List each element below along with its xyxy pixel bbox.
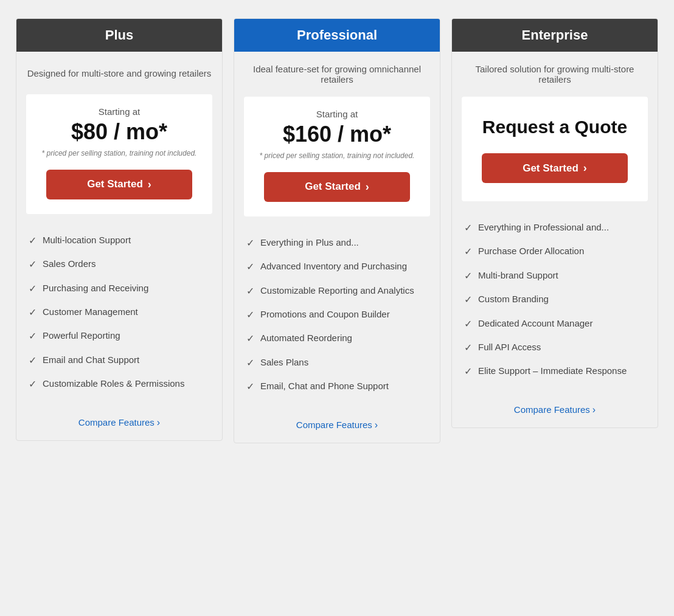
enterprise-plan-card: Enterprise Tailored solution for growing… [451,18,658,428]
check-icon: ✓ [246,356,254,370]
list-item: ✓ Powerful Reporting [29,329,210,343]
check-icon: ✓ [464,269,472,283]
plus-compare-features-link[interactable]: Compare Features › [16,411,222,440]
list-item: ✓ Automated Reordering [246,331,428,345]
check-icon: ✓ [29,378,36,391]
enterprise-compare-arrow-icon: › [592,404,596,415]
list-item: ✓ Purchasing and Receiving [29,282,210,296]
list-item: ✓ Multi-location Support [29,234,210,247]
list-item: ✓ Everything in Professional and... [464,221,645,235]
professional-features-list: ✓ Everything in Plus and... ✓ Advanced I… [234,226,440,414]
plus-plan-card: Plus Designed for multi-store and growin… [16,18,223,441]
list-item: ✓ Promotions and Coupon Builder [246,308,428,322]
plus-plan-description: Designed for multi-store and growing ret… [16,52,222,94]
check-icon: ✓ [464,365,472,378]
list-item: ✓ Custom Branding [464,292,645,306]
professional-get-started-button[interactable]: Get Started › [264,172,410,202]
enterprise-get-started-button[interactable]: Get Started › [482,153,628,183]
list-item: ✓ Customizable Reporting and Analytics [246,284,428,298]
professional-compare-arrow-icon: › [375,420,378,431]
list-item: ✓ Elite Support – Immediate Response [464,364,645,378]
list-item: ✓ Customizable Roles & Permissions [29,377,210,391]
professional-plan-description: Ideal feature-set for growing omnichanne… [234,52,440,97]
enterprise-features-list: ✓ Everything in Professional and... ✓ Pu… [452,211,658,398]
professional-plan-card: Professional Ideal feature-set for growi… [234,18,440,443]
check-icon: ✓ [246,237,254,250]
enterprise-compare-features-link[interactable]: Compare Features › [452,398,658,427]
plus-get-started-button[interactable]: Get Started › [46,170,192,199]
enterprise-plan-description: Tailored solution for growing multi-stor… [452,52,658,97]
check-icon: ✓ [464,293,472,306]
check-icon: ✓ [29,306,36,319]
enterprise-cta-arrow-icon: › [583,162,587,175]
check-icon: ✓ [464,221,472,235]
enterprise-plan-header: Enterprise [452,19,658,52]
check-icon: ✓ [246,380,254,393]
professional-plan-header: Professional [234,19,440,52]
plus-pricing-box: Starting at $80 / mo* * priced per selli… [26,94,212,214]
check-icon: ✓ [246,285,254,298]
list-item: ✓ Full API Access [464,341,645,355]
list-item: ✓ Advanced Inventory and Purchasing [246,260,428,274]
list-item: ✓ Email and Chat Support [29,353,210,367]
check-icon: ✓ [29,282,36,296]
plus-price: $80 / mo* [36,119,203,145]
pricing-container: Plus Designed for multi-store and growin… [12,12,662,449]
plus-compare-arrow-icon: › [157,417,160,428]
professional-plan-title: Professional [244,27,430,43]
check-icon: ✓ [29,258,36,271]
professional-starting-at: Starting at [254,109,420,119]
check-icon: ✓ [246,260,254,274]
list-item: ✓ Dedicated Account Manager [464,317,645,331]
enterprise-plan-title: Enterprise [462,27,648,43]
professional-price-note: * priced per selling station, training n… [254,151,420,161]
check-icon: ✓ [29,354,36,367]
check-icon: ✓ [29,330,36,343]
plus-plan-header: Plus [16,19,222,52]
check-icon: ✓ [464,317,472,331]
list-item: ✓ Customer Management [29,305,210,319]
professional-cta-arrow-icon: › [366,181,369,193]
check-icon: ✓ [246,308,254,322]
plus-plan-title: Plus [26,27,212,43]
check-icon: ✓ [464,341,472,355]
plus-price-note: * priced per selling station, training n… [36,148,203,159]
plus-features-list: ✓ Multi-location Support ✓ Sales Orders … [16,224,222,411]
list-item: ✓ Sales Plans [246,356,428,370]
plus-starting-at: Starting at [36,106,203,117]
list-item: ✓ Sales Orders [29,257,210,271]
enterprise-quote-title: Request a Quote [471,115,638,139]
check-icon: ✓ [29,234,36,247]
list-item: ✓ Purchase Order Allocation [464,244,645,258]
list-item: ✓ Everything in Plus and... [246,236,428,250]
enterprise-quote-box: Request a Quote Get Started › [462,97,648,201]
professional-price: $160 / mo* [254,122,420,147]
professional-pricing-box: Starting at $160 / mo* * priced per sell… [244,97,430,216]
professional-compare-features-link[interactable]: Compare Features › [234,414,440,443]
check-icon: ✓ [246,332,254,345]
plus-cta-arrow-icon: › [148,178,151,191]
list-item: ✓ Email, Chat and Phone Support [246,379,428,393]
list-item: ✓ Multi-brand Support [464,269,645,283]
check-icon: ✓ [464,245,472,258]
